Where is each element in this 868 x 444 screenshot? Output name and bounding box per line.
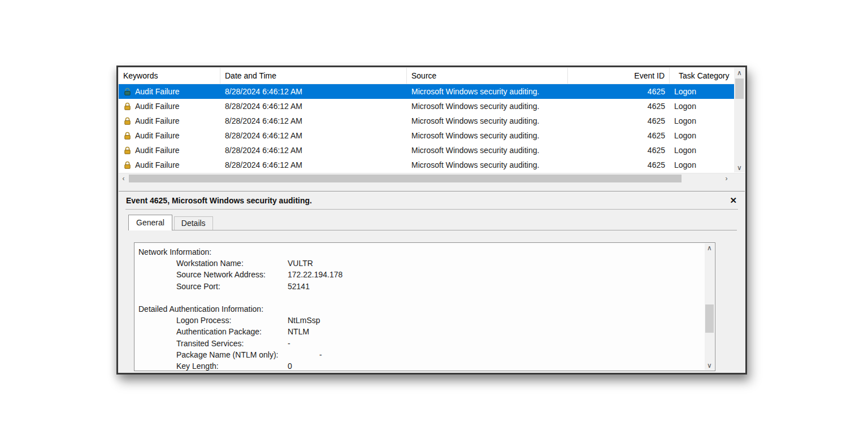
detail-field: Authentication Package: NTLM [138,326,699,337]
event-table-header: Keywords Date and Time Source Event ID T… [119,68,745,84]
field-label: Logon Process: [176,315,288,326]
task-category-cell: Logon [670,143,734,158]
date-time-cell: 8/28/2024 6:46:12 AM [220,99,407,114]
lock-icon [123,132,132,140]
event-id-cell: 4625 [568,99,670,114]
source-cell: Microsoft Windows security auditing. [407,158,568,172]
close-button[interactable]: ✕ [730,196,737,204]
detail-header-divider [125,209,738,210]
event-table-body: Audit Failure 8/28/2024 6:46:12 AM Micro… [119,84,734,172]
lock-icon [123,102,132,111]
scrollbar-thumb[interactable] [129,175,682,182]
chevron-up-icon: ∧ [737,69,742,76]
keyword-label: Audit Failure [135,87,180,96]
keyword-label: Audit Failure [135,131,180,140]
detail-field: Logon Process: NtLmSsp [138,315,699,326]
event-id-cell: 4625 [568,128,670,143]
table-row[interactable]: Audit Failure 8/28/2024 6:46:12 AM Micro… [119,114,734,128]
task-category-cell: Logon [670,128,734,143]
close-icon: ✕ [730,195,737,205]
table-vertical-scrollbar[interactable]: ∧ ∨ [734,68,745,172]
detail-field: Key Length: 0 [138,360,699,371]
keyword-label: Audit Failure [135,160,180,169]
scroll-right-button[interactable]: › [722,173,731,184]
keywords-cell: Audit Failure [119,84,220,99]
table-row[interactable]: Audit Failure 8/28/2024 6:46:12 AM Micro… [119,99,734,114]
keywords-cell: Audit Failure [119,114,220,128]
field-label: Key Length: [176,360,288,371]
keyword-label: Audit Failure [135,146,180,155]
column-header-task-category[interactable]: Task Category [670,68,734,84]
date-time-cell: 8/28/2024 6:46:12 AM [220,158,407,172]
column-header-date-time[interactable]: Date and Time [220,68,407,84]
lock-icon [123,161,132,169]
field-value: 172.22.194.178 [288,269,342,280]
event-id-cell: 4625 [568,143,670,158]
event-id-cell: 4625 [568,158,670,172]
source-cell: Microsoft Windows security auditing. [407,99,568,114]
event-id-cell: 4625 [568,114,670,128]
keywords-cell: Audit Failure [119,128,220,143]
keywords-cell: Audit Failure [119,143,220,158]
detail-pane-title: Event 4625, Microsoft Windows security a… [126,196,312,205]
scroll-down-button[interactable]: ∨ [705,361,714,370]
table-row[interactable]: Audit Failure 8/28/2024 6:46:12 AM Micro… [119,84,734,99]
field-value: VULTR [288,258,313,269]
table-row[interactable]: Audit Failure 8/28/2024 6:46:12 AM Micro… [119,128,734,143]
field-value: NtLmSsp [288,315,320,326]
keywords-cell: Audit Failure [119,99,220,114]
chevron-up-icon: ∧ [707,245,712,251]
scrollbar-thumb[interactable] [735,79,744,99]
blank-line [138,292,699,303]
field-value: 52141 [288,281,310,292]
general-tab-text-box: Network Information: Workstation Name: V… [134,242,715,371]
lock-icon [123,88,132,96]
table-horizontal-scrollbar[interactable]: ‹ › [119,173,745,184]
field-value: NTLM [288,326,309,337]
field-label: Package Name (NTLM only): [176,349,319,360]
description-vertical-scrollbar[interactable]: ∧ ∨ [705,243,714,370]
scrollbar-thumb[interactable] [705,304,714,333]
chevron-right-icon: › [726,175,728,182]
field-value: - [288,338,290,349]
field-label: Workstation Name: [176,258,288,269]
scroll-left-button[interactable]: ‹ [119,173,128,184]
date-time-cell: 8/28/2024 6:46:12 AM [220,114,407,128]
detail-pane-header: Event 4625, Microsoft Windows security a… [119,191,745,209]
scroll-up-button[interactable]: ∧ [705,243,714,253]
tab-details[interactable]: Details [174,216,213,230]
column-header-keywords[interactable]: Keywords [119,68,220,84]
detail-tab-strip: General Details [128,215,737,230]
event-table: Keywords Date and Time Source Event ID T… [119,68,745,184]
task-category-cell: Logon [670,99,734,114]
lock-icon [123,146,132,155]
chevron-down-icon: ∨ [737,164,742,171]
keyword-label: Audit Failure [135,102,180,111]
event-description-text: Network Information: Workstation Name: V… [138,246,699,371]
field-label: Source Network Address: [176,269,288,280]
task-category-cell: Logon [670,158,734,172]
date-time-cell: 8/28/2024 6:46:12 AM [220,84,407,99]
date-time-cell: 8/28/2024 6:46:12 AM [220,143,407,158]
detail-field: Source Port: 52141 [138,281,699,292]
section-title: Network Information: [138,246,699,258]
table-row[interactable]: Audit Failure 8/28/2024 6:46:12 AM Micro… [119,158,734,172]
field-label: Source Port: [176,281,288,292]
event-viewer-window: Keywords Date and Time Source Event ID T… [116,66,747,375]
scroll-up-button[interactable]: ∧ [734,68,745,77]
task-category-cell: Logon [670,84,734,99]
tab-general[interactable]: General [128,215,172,230]
table-row[interactable]: Audit Failure 8/28/2024 6:46:12 AM Micro… [119,143,734,158]
detail-field: Transited Services: - [138,338,699,349]
scroll-down-button[interactable]: ∨ [734,163,745,172]
field-label: Authentication Package: [176,326,288,337]
detail-field: Package Name (NTLM only): - [138,349,699,360]
column-header-event-id[interactable]: Event ID [568,68,670,84]
source-cell: Microsoft Windows security auditing. [407,114,568,128]
column-header-source[interactable]: Source [407,68,568,84]
field-value: - [319,349,322,360]
detail-field: Source Network Address: 172.22.194.178 [138,269,699,280]
source-cell: Microsoft Windows security auditing. [407,143,568,158]
date-time-cell: 8/28/2024 6:46:12 AM [220,128,407,143]
section-title: Detailed Authentication Information: [138,303,699,315]
